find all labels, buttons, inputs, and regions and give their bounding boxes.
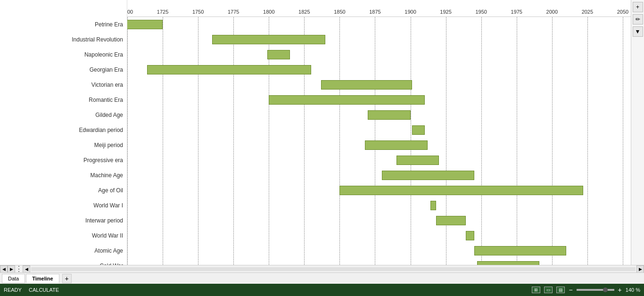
axis-label-1950: 1950 [475,9,487,15]
row-label-13: Interwar period [0,213,127,228]
bar-row-7 [127,123,644,138]
bar-row-10 [127,168,644,183]
preview-icon[interactable]: ▤ [556,287,565,293]
row-label-12: World War I [0,198,127,213]
bar-machine-age[interactable] [382,171,474,180]
row-label-9: Progressive era [0,153,127,168]
bar-row-4 [127,77,644,92]
zoom-level: 140 % [626,287,640,293]
page-icon[interactable]: ▭ [544,287,553,293]
axis-label-1825: 1825 [298,9,310,15]
bar-row-5 [127,92,644,107]
bar-row-15 [127,243,644,258]
row-label-1: Industrial Revolution [0,32,127,47]
axis-label-1875: 1875 [369,9,380,15]
row-label-6: Gilded Age [0,107,127,123]
scroll-right-button[interactable]: ▶ [8,265,15,273]
tab-data-label: Data [8,276,19,281]
bar-world-war-i[interactable] [430,201,436,210]
axis-label-1700: 1700 [127,9,133,15]
row-label-15: Atomic Age [0,243,127,258]
bar-industrial-revolution[interactable] [212,35,325,44]
bar-row-8 [127,138,644,153]
bar-romantic-era[interactable] [269,95,424,105]
bar-petrine-era[interactable] [127,20,163,29]
axis-label-1925: 1925 [440,9,451,15]
bar-cold-war[interactable] [477,261,539,265]
add-sheet-button[interactable]: + [62,274,72,283]
right-toolbar: + ✏ ▼ [631,0,644,265]
axis-label-1725: 1725 [157,9,168,15]
tab-timeline-label: Timeline [32,276,53,281]
bar-napoleonic-era[interactable] [267,50,290,59]
bar-progressive-era[interactable] [396,156,439,165]
zoom-plus[interactable]: + [618,286,622,294]
axis-label-1900: 1900 [405,9,416,15]
bar-row-2 [127,47,644,62]
bar-gilded-age[interactable] [368,110,410,120]
bar-atomic-age[interactable] [474,246,566,255]
ready-label: READY [4,287,22,293]
row-label-10: Machine Age [0,168,127,183]
row-label-4: Victorian era [0,77,127,92]
zoom-controls: − + 140 % [569,286,640,294]
status-left: READY CALCULATE [4,287,59,293]
axis-label-2000: 2000 [546,9,558,15]
status-bar: READY CALCULATE ⊞ ▭ ▤ − + 140 % [0,284,644,296]
tab-bar: Data Timeline + [0,272,644,284]
scroll-left-button[interactable]: ◀ [0,265,8,273]
bar-row-16 [127,258,644,265]
axis-label-1750: 1750 [192,9,204,15]
bar-row-1 [127,32,644,47]
scrollbar-track[interactable] [31,267,636,271]
bar-row-11 [127,183,644,198]
bar-age-of-oil[interactable] [339,186,583,195]
row-label-5: Romantic Era [0,92,127,107]
main-container: Petrine EraIndustrial RevolutionNapoleon… [0,0,644,296]
scrollbar-container: ◀ ▶ ⋮ ◀ ▶ [0,265,644,272]
zoom-slider[interactable] [577,289,614,291]
chart-area: Petrine EraIndustrial RevolutionNapoleon… [0,0,644,265]
bar-georgian-era[interactable] [147,65,311,74]
axis-label-1775: 1775 [228,9,239,15]
bars-container [127,17,644,265]
bar-interwar-period[interactable] [436,216,466,225]
grid-icon[interactable]: ⊞ [532,287,540,293]
row-label-0: Petrine Era [0,17,127,32]
row-label-2: Napoleonic Era [0,47,127,62]
add-button[interactable]: + [633,2,643,12]
zoom-thumb[interactable] [603,288,608,292]
axis-label-1850: 1850 [334,9,345,15]
row-label-14: World War II [0,228,127,243]
pencil-button[interactable]: ✏ [633,14,643,25]
left-labels: Petrine EraIndustrial RevolutionNapoleon… [0,0,127,265]
calculate-label: CALCULATE [29,287,59,293]
axis-label-1800: 1800 [263,9,274,15]
row-label-8: Meiji period [0,138,127,153]
hscroll-left-button[interactable]: ◀ [23,265,30,273]
bar-row-9 [127,153,644,168]
row-label-16: Cold War [0,258,127,265]
bar-row-0 [127,17,644,32]
row-label-7: Edwardian period [0,123,127,138]
axis-label-2025: 2025 [582,9,593,15]
row-label-3: Georgian Era [0,62,127,77]
axis-label-1975: 1975 [511,9,522,15]
bar-row-6 [127,107,644,123]
status-right: ⊞ ▭ ▤ − + 140 % [532,286,640,294]
tab-data[interactable]: Data [2,274,25,283]
bar-row-12 [127,198,644,213]
bar-meiji-period[interactable] [365,140,427,150]
filter-button[interactable]: ▼ [633,26,643,37]
zoom-minus[interactable]: − [569,286,572,294]
axis-header: 1700172517501775180018251850187519001925… [127,0,644,17]
tab-timeline[interactable]: Timeline [26,274,59,283]
hscroll-right-button[interactable]: ▶ [636,265,644,273]
bar-row-13 [127,213,644,228]
bar-row-3 [127,62,644,77]
chart-body: 1700172517501775180018251850187519001925… [127,0,644,265]
bar-world-war-ii[interactable] [466,231,474,240]
bar-victorian-era[interactable] [321,80,412,90]
bar-edwardian-period[interactable] [412,125,425,135]
bar-row-14 [127,228,644,243]
